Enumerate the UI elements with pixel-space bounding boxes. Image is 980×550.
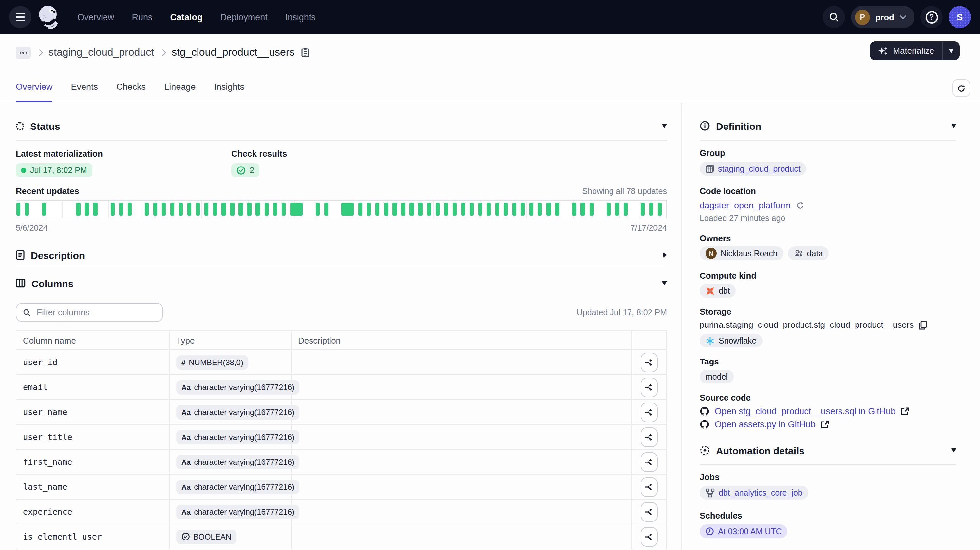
column-lineage-button[interactable] — [641, 402, 658, 422]
update-tick — [375, 202, 380, 216]
column-lineage-button[interactable] — [641, 477, 658, 497]
type-badge: Aacharacter varying(16777216) — [176, 480, 300, 494]
tab-checks[interactable]: Checks — [116, 82, 146, 102]
chevron-down-icon — [899, 15, 907, 19]
tab-overview[interactable]: Overview — [16, 82, 53, 102]
update-tick — [350, 202, 354, 216]
table-row: first_nameAacharacter varying(16777216) — [16, 450, 666, 475]
update-tick — [247, 202, 251, 216]
help-button[interactable]: ? — [920, 6, 943, 28]
update-tick — [239, 202, 243, 216]
column-lineage-button[interactable] — [641, 527, 658, 547]
search-button[interactable] — [823, 6, 845, 28]
type-badge: BOOLEAN — [176, 529, 237, 544]
update-tick — [495, 202, 500, 216]
column-lineage-button[interactable] — [641, 452, 658, 472]
description-expand-button[interactable] — [663, 252, 667, 258]
lineage-icon — [644, 383, 654, 392]
type-badge: Aacharacter varying(16777216) — [176, 430, 300, 444]
update-tick — [367, 202, 371, 216]
deployment-switcher[interactable]: P prod — [851, 6, 915, 28]
team-icon — [794, 249, 803, 258]
owner-user-tag[interactable]: N Nicklaus Roach — [700, 247, 783, 260]
boolean-icon — [181, 532, 190, 541]
owners-label: Owners — [700, 233, 956, 243]
check-circle-icon — [237, 166, 246, 175]
materialize-options-button[interactable] — [943, 41, 960, 60]
tags-label: Tags — [700, 357, 956, 367]
breadcrumb: staging_cloud_product stg_cloud_product_… — [0, 34, 980, 71]
text-type-icon: Aa — [181, 383, 191, 391]
refresh-button[interactable] — [953, 79, 970, 97]
storage-kind-tag[interactable]: Snowflake — [700, 334, 762, 348]
columns-title: Columns — [32, 277, 73, 289]
code-location-link[interactable]: dagster_open_platform — [700, 201, 791, 210]
owner-team-name: data — [807, 249, 823, 258]
job-tag[interactable]: dbt_analytics_core_job — [700, 486, 808, 499]
copy-icon[interactable] — [918, 320, 927, 329]
status-collapse-button[interactable] — [662, 124, 667, 128]
tag-model[interactable]: model — [700, 370, 734, 384]
caret-down-icon — [948, 49, 954, 53]
copy-asset-name-button[interactable] — [301, 47, 310, 58]
update-tick — [145, 202, 149, 216]
column-actions-cell — [632, 375, 666, 399]
column-description-cell — [291, 350, 632, 374]
tab-lineage[interactable]: Lineage — [164, 82, 196, 102]
tab-events[interactable]: Events — [71, 82, 98, 102]
column-lineage-button[interactable] — [641, 352, 658, 372]
update-tick — [316, 202, 320, 216]
lineage-icon — [644, 507, 654, 516]
definition-collapse-button[interactable] — [951, 124, 956, 128]
breadcrumb-group[interactable]: staging_cloud_product — [48, 46, 154, 58]
column-lineage-button[interactable] — [641, 427, 658, 447]
updates-timeline[interactable] — [16, 200, 667, 218]
github-icon — [700, 419, 710, 429]
nav-item-catalog[interactable]: Catalog — [170, 12, 203, 22]
table-group-icon — [706, 164, 714, 173]
source-link-sql[interactable]: Open stg_cloud_product__users.sql in Git… — [715, 407, 896, 416]
filter-columns-input[interactable] — [35, 307, 156, 318]
nav-item-insights[interactable]: Insights — [285, 12, 316, 22]
breadcrumb-ellipsis-button[interactable] — [16, 46, 31, 59]
check-results-badge[interactable]: 2 — [231, 163, 259, 177]
tab-insights[interactable]: Insights — [214, 82, 244, 102]
external-link-icon — [901, 407, 909, 416]
storage-label: Storage — [700, 307, 956, 317]
check-results-count: 2 — [250, 166, 254, 175]
compute-kind-tag[interactable]: dbt — [700, 284, 736, 298]
dagster-logo-icon[interactable] — [37, 5, 60, 30]
nav-item-deployment[interactable]: Deployment — [220, 12, 267, 22]
nav-links: Overview Runs Catalog Deployment Insight… — [77, 12, 316, 22]
update-tick — [487, 202, 491, 216]
column-type-cell: Aacharacter varying(16777216) — [170, 425, 291, 449]
column-lineage-button[interactable] — [641, 502, 658, 521]
owner-team-tag[interactable]: data — [788, 247, 829, 260]
latest-materialization-badge[interactable]: Jul 17, 8:02 PM — [16, 163, 92, 177]
user-avatar[interactable]: S — [948, 6, 971, 28]
update-tick — [170, 202, 175, 216]
hamburger-menu-button[interactable] — [9, 6, 32, 28]
column-type-cell: Aacharacter varying(16777216) — [170, 375, 291, 399]
column-description-cell — [291, 425, 632, 449]
automation-collapse-button[interactable] — [951, 448, 956, 452]
column-actions-cell — [632, 400, 666, 424]
column-description-cell — [291, 400, 632, 424]
reload-icon[interactable] — [796, 201, 805, 210]
clock-icon — [706, 527, 714, 536]
source-link-assets[interactable]: Open assets.py in GitHub — [715, 419, 816, 429]
columns-collapse-button[interactable] — [662, 281, 667, 285]
header-actions — [632, 331, 666, 349]
nav-item-runs[interactable]: Runs — [132, 12, 153, 22]
group-tag[interactable]: staging_cloud_product — [700, 162, 807, 176]
lineage-icon — [644, 482, 654, 491]
update-tick — [196, 202, 200, 216]
update-tick — [641, 202, 645, 216]
snowflake-icon — [706, 336, 715, 345]
column-lineage-button[interactable] — [641, 377, 658, 397]
nav-item-overview[interactable]: Overview — [77, 12, 114, 22]
schedule-tag[interactable]: At 03:00 AM UTC — [700, 524, 788, 538]
lineage-icon — [644, 532, 654, 541]
update-tick — [461, 202, 465, 216]
materialize-button[interactable]: Materialize — [870, 41, 942, 60]
